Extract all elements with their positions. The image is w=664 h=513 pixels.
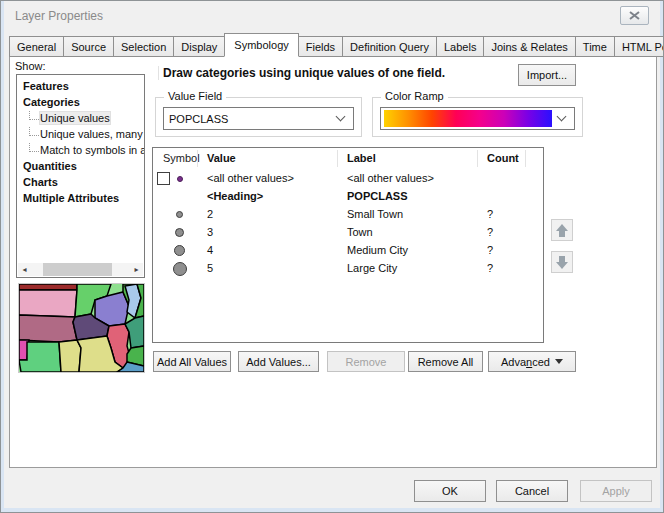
arrow-up-icon <box>556 224 568 237</box>
color-ramp-group: Color Ramp <box>372 97 583 137</box>
tab-time[interactable]: Time <box>575 36 615 57</box>
value-field-value: POPCLASS <box>164 113 337 125</box>
tab-html-popup[interactable]: HTML Popup <box>614 36 664 57</box>
remove-all-button[interactable]: Remove All <box>408 351 483 372</box>
tab-label: HTML Popup <box>622 41 664 53</box>
tree-connector <box>29 111 39 120</box>
tab-display[interactable]: Display <box>173 36 225 57</box>
tree-item-categories[interactable]: Categories <box>17 94 144 110</box>
scroll-left-icon[interactable]: ◂ <box>18 263 31 276</box>
close-icon <box>629 11 640 20</box>
tab-definition-query[interactable]: Definition Query <box>342 36 437 57</box>
add-values-button[interactable]: Add Values... <box>238 351 319 372</box>
window-title: Layer Properties <box>15 9 103 23</box>
symbol-cell <box>153 170 197 188</box>
tree-item-label: Categories <box>23 96 80 108</box>
show-tree: Features Categories Unique values Unique… <box>16 74 145 278</box>
values-table-header: Symbol Value Label Count <box>153 148 543 170</box>
import-button[interactable]: Import... <box>518 64 576 86</box>
purple-dot-symbol-icon <box>177 176 183 182</box>
tab-strip: General Source Selection Display Symbolo… <box>9 33 664 57</box>
symbol-cell <box>153 242 197 260</box>
symbology-page: Show: Features Categories Unique values … <box>9 56 657 468</box>
all-other-values-checkbox[interactable] <box>157 172 170 185</box>
move-down-button[interactable] <box>551 251 573 273</box>
arrow-down-icon <box>556 256 568 269</box>
label-cell: Medium City <box>347 244 408 256</box>
tree-item-multiple-attributes[interactable]: Multiple Attributes <box>17 190 144 206</box>
tab-labels[interactable]: Labels <box>436 36 484 57</box>
chevron-down-icon <box>336 112 346 122</box>
value-cell: 2 <box>207 208 213 220</box>
tree-item-match-symbols[interactable]: Match to symbols in a <box>17 142 144 158</box>
move-up-button[interactable] <box>551 219 573 241</box>
value-cell: 4 <box>207 244 213 256</box>
scroll-track[interactable] <box>31 263 130 276</box>
add-all-values-button[interactable]: Add All Values <box>153 351 231 372</box>
scroll-right-icon[interactable]: ▸ <box>130 263 143 276</box>
tab-label: Definition Query <box>350 41 429 53</box>
table-row-5[interactable]: 5 Large City ? <box>153 260 543 278</box>
show-label: Show: <box>15 60 46 72</box>
tree-item-label: Unique values, many <box>40 128 143 140</box>
gray-dot-symbol-icon <box>174 245 185 256</box>
tree-item-quantities[interactable]: Quantities <box>17 158 144 174</box>
apply-button[interactable]: Apply <box>580 480 652 502</box>
tab-source[interactable]: Source <box>63 36 114 57</box>
column-header-value: Value <box>207 152 236 164</box>
tree-connector <box>29 127 39 136</box>
tree-horizontal-scrollbar[interactable]: ◂ ▸ <box>18 263 143 276</box>
cancel-button[interactable]: Cancel <box>496 480 568 502</box>
table-row-3[interactable]: 3 Town ? <box>153 224 543 242</box>
table-row-4[interactable]: 4 Medium City ? <box>153 242 543 260</box>
tab-label: Selection <box>121 41 166 53</box>
column-header-symbol: Symbol <box>163 152 200 164</box>
tab-label: Display <box>181 41 217 53</box>
table-row-all-other-values[interactable]: <all other values> <all other values> <box>153 170 543 188</box>
tree-item-label: Charts <box>23 176 58 188</box>
value-cell: 3 <box>207 226 213 238</box>
column-divider <box>525 150 526 167</box>
tab-fields[interactable]: Fields <box>298 36 343 57</box>
advanced-button[interactable]: Advanced <box>488 351 576 372</box>
symbol-cell <box>153 224 197 242</box>
tree-item-label: Unique values <box>40 112 110 124</box>
ok-button[interactable]: OK <box>414 480 486 502</box>
tab-general[interactable]: General <box>9 36 64 57</box>
color-ramp-label: Color Ramp <box>381 90 448 102</box>
label-cell: Large City <box>347 262 397 274</box>
scroll-thumb[interactable] <box>43 263 112 276</box>
tree-item-unique-values[interactable]: Unique values <box>17 110 144 126</box>
column-divider <box>337 150 338 167</box>
tab-selection[interactable]: Selection <box>113 36 174 57</box>
tree-item-features[interactable]: Features <box>17 78 144 94</box>
tab-label: General <box>17 41 56 53</box>
tab-label: Symbology <box>234 39 288 51</box>
table-row-2[interactable]: 2 Small Town ? <box>153 206 543 224</box>
gray-dot-symbol-icon <box>173 262 187 276</box>
advanced-label: Advanced <box>501 356 550 368</box>
gray-dot-symbol-icon <box>176 211 183 218</box>
close-button[interactable] <box>620 6 649 25</box>
table-row-heading[interactable]: <Heading> POPCLASS <box>153 188 543 206</box>
color-ramp-gradient <box>384 110 552 127</box>
remove-button[interactable]: Remove <box>327 351 405 372</box>
color-ramp-dropdown[interactable] <box>380 107 575 130</box>
label-cell: Small Town <box>347 208 403 220</box>
symbol-cell <box>153 206 197 224</box>
chevron-down-icon <box>557 112 567 122</box>
value-field-dropdown[interactable]: POPCLASS <box>163 107 354 130</box>
count-cell: ? <box>487 244 493 256</box>
count-cell: ? <box>487 226 493 238</box>
column-header-count: Count <box>487 152 519 164</box>
tab-joins-relates[interactable]: Joins & Relates <box>483 36 575 57</box>
tree-item-charts[interactable]: Charts <box>17 174 144 190</box>
unique-values-list[interactable]: Symbol Value Label Count <all other valu… <box>152 147 544 343</box>
tree-item-label: Quantities <box>23 160 77 172</box>
label-cell: <all other values> <box>347 172 434 184</box>
tab-symbology[interactable]: Symbology <box>224 33 298 57</box>
title-bar[interactable]: Layer Properties <box>4 1 660 31</box>
value-cell: <Heading> <box>207 190 263 202</box>
tree-item-unique-values-many[interactable]: Unique values, many <box>17 126 144 142</box>
map-preview <box>18 283 145 373</box>
